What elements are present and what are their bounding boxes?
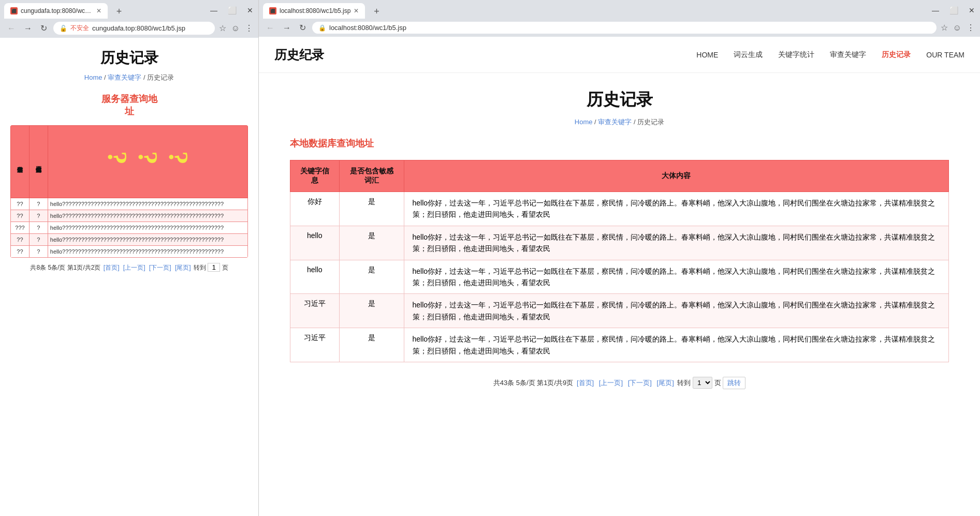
right-minimize-button[interactable]: —: [931, 5, 940, 16]
left-jump-to-label: 转到: [194, 264, 206, 271]
right-breadcrumb-home[interactable]: Home: [575, 118, 593, 126]
left-close-button[interactable]: ✕: [246, 5, 254, 16]
nav-link-home[interactable]: HOME: [696, 51, 718, 59]
right-tab-close[interactable]: ✕: [354, 7, 359, 14]
right-page-content: 历史记录 Home / 审查关键字 / 历史记录 本地数据库查询地址 关键字信息…: [259, 73, 980, 409]
left-refresh-button[interactable]: ↻: [38, 22, 49, 34]
right-data-table: 关键字信息 是否包含敏感词汇 大体内容 你好 是 hello你好，过去这一年，习…: [290, 160, 949, 362]
left-table-container: 关键字信息 是否包含敏感词汇 ? ? ? ?? ? hello?????????…: [10, 125, 248, 258]
right-cell-sens-4: 是: [339, 294, 404, 328]
left-profile-icon[interactable]: ☺: [231, 24, 240, 33]
table-row: hello 是 hello你好，过去这一年，习近平总书记一如既往在下基层，察民情…: [290, 260, 949, 294]
left-breadcrumb-current: 历史记录: [147, 73, 174, 81]
left-breadcrumb-sep2: /: [141, 73, 147, 81]
left-breadcrumb-home[interactable]: Home: [84, 73, 103, 81]
right-maximize-button[interactable]: ⬜: [948, 5, 959, 16]
nav-link-our-team[interactable]: OUR TEAM: [926, 51, 964, 59]
left-back-button[interactable]: ←: [5, 23, 18, 34]
right-lock-icon: 🔒: [318, 24, 326, 32]
right-breadcrumb: Home / 审查关键字 / 历史记录: [290, 117, 949, 127]
left-new-tab-button[interactable]: +: [112, 4, 126, 19]
nav-link-keyword-stats[interactable]: 关键字统计: [778, 50, 814, 60]
left-minimize-button[interactable]: —: [209, 5, 218, 16]
right-prev-page-link[interactable]: [上一页]: [599, 379, 623, 387]
left-tab-close[interactable]: ✕: [96, 7, 101, 14]
nav-link-review-keyword[interactable]: 审查关键字: [830, 50, 866, 60]
nav-link-history[interactable]: 历史记录: [882, 50, 911, 60]
left-col-header-content: ? ? ?: [48, 126, 247, 198]
right-refresh-button[interactable]: ↻: [297, 22, 308, 34]
left-page-content: 历史记录 Home / 审查关键字 / 历史记录 服务器查询地址 关键字信息 是…: [0, 38, 258, 516]
left-cell-kw-3: ???: [11, 222, 30, 234]
table-row: hello 是 hello你好，过去这一年，习近平总书记一如既往在下基层，察民情…: [290, 226, 949, 260]
left-tab-label: cungudafa.top:8080/wc1/b5.js...: [21, 7, 93, 14]
left-last-page-link[interactable]: [尾页]: [175, 264, 191, 271]
right-menu-icon[interactable]: ⋮: [967, 23, 975, 33]
left-cell-kw-4: ??: [11, 234, 30, 246]
right-url-box[interactable]: 🔒 localhost:8080/wc1/b5.jsp: [312, 22, 937, 34]
left-url-box[interactable]: 🔓 不安全 cungudafa.top:8080/wc1/b5.jsp: [53, 22, 215, 35]
right-tab-label: localhost:8080/wc1/b5.jsp: [280, 7, 350, 14]
left-cell-kw-1: ??: [11, 198, 30, 210]
right-toolbar-icons: ☆ ☺ ⋮: [941, 23, 975, 33]
right-last-page-link[interactable]: [尾页]: [657, 379, 674, 387]
left-prev-page-link[interactable]: [上一页]: [123, 264, 145, 271]
left-maximize-button[interactable]: ⬜: [227, 5, 238, 16]
left-chrome-frame: ⬛ cungudafa.top:8080/wc1/b5.js... ✕ + — …: [0, 0, 258, 38]
left-pagination: 共8条 5条/页 第1页/共2页 [首页] [上一页] [下一页] [尾页] 转…: [10, 258, 248, 277]
right-cell-kw-4: 习近平: [290, 294, 340, 328]
right-next-page-link[interactable]: [下一页]: [628, 379, 652, 387]
left-cell-content-5: hello???????????????????????????????????…: [48, 246, 247, 258]
right-cell-content-2: hello你好，过去这一年，习近平总书记一如既往在下基层，察民情，问冷暖的路上。…: [404, 226, 948, 260]
right-tab-favicon: ⬛: [269, 7, 276, 14]
right-breadcrumb-sep2: /: [632, 118, 637, 126]
left-browser-window: ⬛ cungudafa.top:8080/wc1/b5.js... ✕ + — …: [0, 0, 259, 516]
right-active-tab[interactable]: ⬛ localhost:8080/wc1/b5.jsp ✕: [263, 3, 365, 19]
left-cell-content-3: hello???????????????????????????????????…: [48, 222, 247, 234]
table-row: ?? ? hello??????????????????????????????…: [11, 246, 248, 258]
left-jump-input[interactable]: [208, 263, 220, 272]
right-total: 共43条: [493, 379, 514, 387]
left-star-icon[interactable]: ☆: [219, 23, 226, 33]
right-browser-window: ⬛ localhost:8080/wc1/b5.jsp ✕ + — ⬜ ✕ ← …: [259, 0, 980, 516]
right-page-title: 历史记录: [290, 89, 949, 111]
left-first-page-link[interactable]: [首页]: [104, 264, 120, 271]
left-address-bar: ← → ↻ 🔓 不安全 cungudafa.top:8080/wc1/b5.js…: [0, 19, 258, 38]
left-current-page: 第1页/共2页: [67, 264, 101, 271]
left-url-text: cungudafa.top:8080/wc1/b5.jsp: [92, 24, 185, 32]
right-first-page-link[interactable]: [首页]: [577, 379, 594, 387]
left-forward-button[interactable]: →: [22, 23, 34, 34]
left-cell-content-1: hello???????????????????????????????????…: [48, 198, 247, 210]
left-menu-icon[interactable]: ⋮: [245, 23, 253, 33]
right-col-header-content: 大体内容: [404, 160, 948, 192]
table-row: ??? ? hello?????????????????????????????…: [11, 222, 248, 234]
left-breadcrumb: Home / 审查关键字 / 历史记录: [10, 73, 248, 82]
right-breadcrumb-middle[interactable]: 审查关键字: [598, 118, 632, 126]
left-col-header-sensitive: 是否包含敏感词汇: [29, 126, 48, 198]
right-col-header-keyword: 关键字信息: [290, 160, 340, 192]
right-col-header-sensitive: 是否包含敏感词汇: [339, 160, 404, 192]
left-cell-sens-5: ?: [29, 246, 48, 258]
right-star-icon[interactable]: ☆: [941, 23, 948, 33]
left-active-tab[interactable]: ⬛ cungudafa.top:8080/wc1/b5.js... ✕: [4, 3, 108, 19]
nav-link-wordcloud[interactable]: 词云生成: [734, 50, 763, 60]
right-url-text: localhost:8080/wc1/b5.jsp: [329, 24, 406, 32]
left-next-page-link[interactable]: [下一页]: [149, 264, 171, 271]
right-breadcrumb-current: 历史记录: [637, 118, 664, 126]
right-close-button[interactable]: ✕: [968, 5, 976, 16]
right-cell-sens-1: 是: [339, 192, 404, 226]
right-new-tab-button[interactable]: +: [369, 4, 384, 19]
right-forward-button[interactable]: →: [281, 22, 293, 34]
left-insecure-label: 不安全: [70, 24, 89, 33]
left-cell-kw-2: ??: [11, 210, 30, 222]
right-cell-content-5: hello你好，过去这一年，习近平总书记一如既往在下基层，察民情，问冷暖的路上。…: [404, 328, 948, 362]
nav-brand: 历史纪录: [274, 47, 324, 63]
right-profile-icon[interactable]: ☺: [953, 23, 961, 33]
left-tab-favicon: ⬛: [10, 7, 18, 14]
right-jump-button[interactable]: 跳转: [723, 377, 745, 389]
left-breadcrumb-middle[interactable]: 审查关键字: [108, 73, 141, 81]
left-col-header-keyword: 关键字信息: [11, 126, 30, 198]
left-per-page: 5条/页: [48, 264, 65, 271]
right-back-button[interactable]: ←: [264, 22, 276, 34]
right-jump-select[interactable]: 1: [693, 377, 712, 389]
